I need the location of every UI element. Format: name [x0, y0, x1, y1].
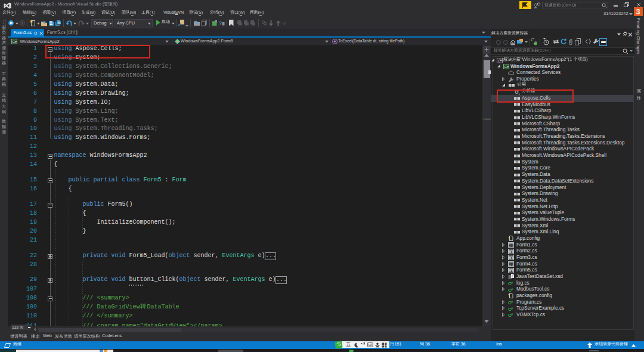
svg-text:C#: C#: [504, 65, 509, 69]
svg-text:#: #: [511, 313, 513, 316]
svg-text:#: #: [511, 307, 513, 310]
svg-text:?: ?: [219, 20, 222, 26]
svg-text:#: #: [511, 281, 513, 285]
svg-text:C#: C#: [13, 40, 17, 44]
svg-text:#: #: [511, 288, 513, 291]
svg-text:#: #: [511, 300, 513, 304]
